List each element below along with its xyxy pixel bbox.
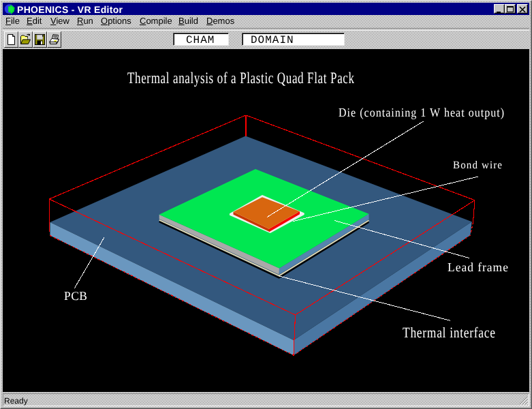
svg-text:Lead frame: Lead frame	[448, 260, 508, 274]
svg-text:Thermal analysis of a Plastic: Thermal analysis of a Plastic Quad Flat …	[127, 69, 355, 87]
svg-text:Die (containing 1 W heat outpu: Die (containing 1 W heat output)	[339, 106, 504, 119]
svg-text:PCB: PCB	[64, 288, 87, 302]
svg-text:Thermal interface: Thermal interface	[403, 324, 495, 341]
svg-text:Bond wire: Bond wire	[453, 160, 502, 171]
